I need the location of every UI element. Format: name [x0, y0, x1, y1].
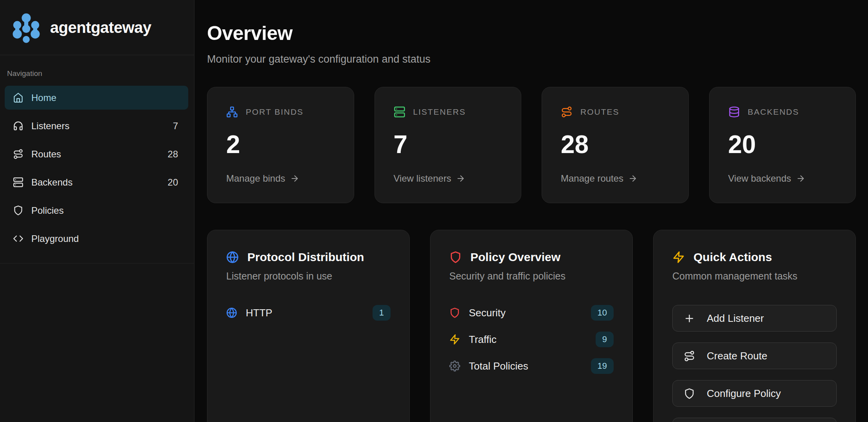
stat-card-port-binds: PORT BINDS 2 Manage binds — [207, 87, 354, 203]
stat-label: LISTENERS — [413, 107, 466, 117]
policy-name: Security — [469, 307, 591, 319]
sidebar-item-label: Playground — [31, 233, 178, 244]
stat-link-label: View listeners — [394, 173, 452, 184]
page-title: Overview — [207, 22, 856, 45]
sidebar-item-label: Home — [31, 92, 178, 103]
policy-name: Traffic — [469, 334, 596, 346]
panel-subtitle: Listener protocols in use — [226, 269, 391, 283]
arrow-right-icon — [796, 174, 805, 183]
arrow-right-icon — [456, 174, 465, 183]
server-icon — [394, 106, 405, 118]
stats-row: PORT BINDS 2 Manage binds LISTENERS 7 Vi… — [207, 87, 856, 203]
shield-icon — [449, 251, 462, 263]
view-backends-link[interactable]: View backends — [728, 173, 837, 184]
quick-action-button-partial[interactable] — [672, 418, 837, 422]
panel-subtitle: Security and traffic policies — [449, 269, 614, 283]
network-icon — [226, 106, 238, 118]
house-icon — [13, 92, 23, 103]
quick-actions-card: Quick Actions Common management tasks Ad… — [653, 230, 856, 422]
lightning-icon — [672, 251, 685, 263]
stat-label: BACKENDS — [748, 107, 800, 117]
sidebar-item-playground[interactable]: Playground — [5, 227, 188, 251]
policy-row-total: Total Policies 19 — [449, 357, 614, 375]
route-icon — [561, 106, 573, 118]
shield-icon — [13, 205, 23, 216]
brand-name: agentgateway — [50, 19, 151, 36]
protocol-count-badge: 1 — [373, 305, 391, 321]
lightning-icon — [449, 334, 460, 345]
stat-value: 28 — [561, 130, 670, 159]
route-icon — [684, 350, 695, 362]
stat-label: ROUTES — [580, 107, 619, 117]
sidebar-nav: Navigation Home Listeners 7 Routes 28 — [0, 55, 194, 263]
stat-link-label: Manage routes — [561, 173, 623, 184]
quick-action-label: Create Route — [707, 350, 767, 362]
stat-link-label: View backends — [728, 173, 791, 184]
route-icon — [13, 149, 23, 159]
shield-icon — [449, 307, 460, 318]
configure-policy-button[interactable]: Configure Policy — [672, 380, 837, 407]
sidebar-item-listeners[interactable]: Listeners 7 — [5, 114, 188, 138]
panel-title: Quick Actions — [693, 249, 772, 265]
database-icon — [728, 106, 740, 118]
panel-title: Protocol Distribution — [247, 249, 364, 265]
plus-icon — [684, 313, 695, 324]
policy-name: Total Policies — [469, 360, 591, 372]
brand-header: agentgateway — [0, 0, 194, 55]
panel-title: Policy Overview — [470, 249, 560, 265]
stat-card-routes: ROUTES 28 Manage routes — [542, 87, 689, 203]
page-subtitle: Monitor your gateway's configuration and… — [207, 52, 856, 66]
stat-value: 7 — [394, 130, 502, 159]
protocol-distribution-card: Protocol Distribution Listener protocols… — [207, 230, 410, 422]
panels-row: Protocol Distribution Listener protocols… — [207, 230, 856, 422]
protocol-name: HTTP — [246, 307, 373, 319]
agentgateway-logo-icon — [11, 11, 41, 43]
manage-binds-link[interactable]: Manage binds — [226, 173, 335, 184]
add-listener-button[interactable]: Add Listener — [672, 305, 837, 332]
stat-label: PORT BINDS — [246, 107, 304, 117]
server-icon — [13, 177, 23, 188]
stat-value: 2 — [226, 130, 335, 159]
panel-subtitle: Common management tasks — [672, 269, 837, 283]
policy-count-badge: 19 — [591, 358, 614, 374]
arrow-right-icon — [290, 174, 299, 183]
sidebar-item-policies[interactable]: Policies — [5, 198, 188, 222]
sidebar-item-label: Routes — [31, 149, 167, 160]
view-listeners-link[interactable]: View listeners — [394, 173, 502, 184]
create-route-button[interactable]: Create Route — [672, 343, 837, 369]
policy-count-badge: 9 — [596, 332, 614, 347]
main-content: Overview Monitor your gateway's configur… — [194, 0, 868, 422]
globe-icon — [226, 251, 239, 263]
manage-routes-link[interactable]: Manage routes — [561, 173, 670, 184]
headphones-icon — [13, 121, 23, 131]
stat-card-backends: BACKENDS 20 View backends — [709, 87, 856, 203]
sidebar-item-home[interactable]: Home — [5, 86, 188, 110]
arrow-right-icon — [628, 174, 637, 183]
sidebar-item-label: Backends — [31, 177, 167, 188]
gear-icon — [449, 361, 460, 372]
sidebar-item-label: Listeners — [31, 121, 173, 132]
policy-row-security: Security 10 — [449, 303, 614, 322]
stat-card-listeners: LISTENERS 7 View listeners — [375, 87, 522, 203]
policy-row-traffic: Traffic 9 — [449, 330, 614, 349]
policy-overview-card: Policy Overview Security and traffic pol… — [430, 230, 633, 422]
quick-action-label: Configure Policy — [707, 388, 781, 400]
sidebar-item-routes[interactable]: Routes 28 — [5, 142, 188, 166]
sidebar-item-label: Policies — [31, 205, 178, 216]
protocol-row-http: HTTP 1 — [226, 303, 391, 322]
globe-icon — [226, 307, 237, 318]
sidebar-item-count: 28 — [167, 149, 178, 160]
policy-count-badge: 10 — [591, 305, 614, 321]
stat-link-label: Manage binds — [226, 173, 285, 184]
sidebar: agentgateway Navigation Home Listeners 7… — [0, 0, 194, 422]
nav-section-label: Navigation — [7, 69, 188, 78]
sidebar-item-count: 20 — [167, 177, 178, 188]
sidebar-item-count: 7 — [173, 121, 178, 132]
sidebar-item-backends[interactable]: Backends 20 — [5, 170, 188, 194]
stat-value: 20 — [728, 130, 837, 159]
code-icon — [13, 233, 23, 244]
shield-icon — [684, 388, 695, 399]
quick-action-label: Add Listener — [707, 312, 764, 325]
